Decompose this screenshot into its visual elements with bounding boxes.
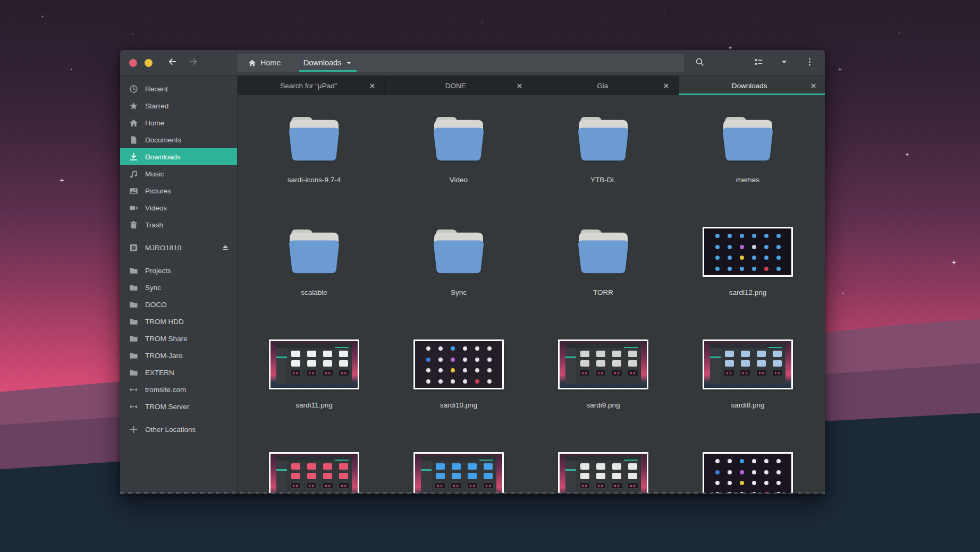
file-name-label: YTB-DL (590, 176, 616, 184)
mini-folder (436, 473, 445, 479)
file-sardi9-png[interactable]: sardi9.png (531, 332, 675, 445)
tab-search-for-pad[interactable]: Search for “µPad” (238, 76, 385, 95)
view-list-button[interactable] (750, 55, 766, 71)
file-memes[interactable]: memes (675, 107, 820, 219)
mini-screenshot (435, 482, 445, 489)
breadcrumb-downloads[interactable]: Downloads (296, 54, 360, 72)
mini-folder (741, 351, 750, 357)
sidebar-item-doco[interactable]: DOCO (120, 296, 237, 313)
window-close-button[interactable] (129, 59, 137, 67)
image-preview (703, 219, 793, 284)
sidebar-item-extern[interactable]: EXTERN (120, 364, 237, 381)
mini-app-icon (438, 368, 443, 372)
mini-screenshot (339, 370, 349, 376)
sidebar-item-trom-server[interactable]: TROM Server (120, 398, 237, 415)
titlebar-right-controls (750, 55, 825, 71)
mini-folder (484, 473, 493, 479)
image-thumbnail (703, 227, 793, 277)
sidebar-item-documents[interactable]: Documents (120, 131, 237, 148)
sidebar-item-label: Projects (145, 267, 171, 275)
sidebar-item-downloads[interactable]: Downloads (120, 148, 237, 165)
sidebar: RecentStarredHomeDocumentsDownloadsMusic… (120, 76, 238, 493)
file-partial-image[interactable] (242, 445, 386, 493)
tab-done[interactable]: DONE (385, 76, 532, 95)
file-sardi8-png[interactable]: sardi8.png (675, 332, 820, 445)
menu-button[interactable] (801, 55, 817, 71)
sidebar-item-other-locations[interactable]: Other Locations (120, 421, 237, 438)
mini-folder (484, 463, 493, 470)
mini-screenshot (772, 370, 783, 376)
back-button[interactable] (166, 56, 179, 69)
sidebar-item-trom-share[interactable]: TROM Share (120, 330, 237, 347)
tab-gia[interactable]: Gia (531, 76, 679, 95)
mini-folder (612, 360, 621, 367)
sidebar-item-sync[interactable]: Sync (120, 279, 237, 296)
sidebar-item-projects[interactable]: Projects (120, 262, 237, 279)
window-minimize-button[interactable] (145, 59, 153, 67)
file-sardi12-png[interactable]: sardi12.png (675, 219, 820, 332)
mini-folder (725, 351, 734, 357)
mini-app-icon (764, 492, 768, 493)
sidebar-item-trom-hdd[interactable]: TROM HDD (120, 313, 237, 330)
sidebar-item-videos[interactable]: Videos (120, 199, 237, 216)
sidebar-item-trom-jaro[interactable]: TROM-Jaro (120, 347, 237, 364)
mini-screenshot (451, 482, 461, 489)
file-torr[interactable]: TORR (531, 219, 675, 332)
back-arrow-icon (168, 57, 178, 69)
sidebar-item-music[interactable]: Music (120, 165, 237, 182)
mini-app-icon (463, 358, 467, 362)
tab-close-icon[interactable] (365, 78, 380, 93)
tab-close-icon[interactable] (659, 78, 674, 93)
mini-screenshot (628, 482, 638, 489)
file-sync[interactable]: Sync (386, 219, 531, 332)
file-sardi-icons-9-7-4[interactable]: sardi-icons-9.7-4 (242, 107, 386, 219)
tab-downloads[interactable]: Downloads (679, 76, 825, 95)
eject-icon[interactable] (221, 243, 230, 252)
file-scalable[interactable]: scalable (242, 219, 386, 332)
mini-folder (307, 473, 316, 479)
file-sardi10-png[interactable]: sardi10.png (386, 332, 531, 445)
file-sardi11-png[interactable]: sardi11.png (242, 332, 386, 445)
sidebar-item-label: Pictures (145, 187, 171, 195)
sidebar-item-label: Recent (145, 85, 168, 93)
sidebar-item-pictures[interactable]: Pictures (120, 182, 237, 199)
file-ytb-dl[interactable]: YTB-DL (531, 107, 675, 219)
file-view[interactable]: sardi-icons-9.7-4 Video YTB-DL memes sca… (238, 95, 825, 493)
sidebar-item-label: Home (145, 119, 164, 127)
image-thumbnail (269, 339, 359, 389)
sidebar-item-tromsite-com[interactable]: tromsite.com (120, 381, 237, 398)
mini-app-icon (740, 245, 744, 249)
tab-close-icon[interactable] (512, 78, 527, 93)
mini-app-icon (426, 379, 430, 384)
file-partial-image[interactable] (675, 445, 820, 493)
mini-folder (628, 473, 637, 479)
breadcrumb-home[interactable]: Home (241, 54, 289, 72)
file-name-label: sardi10.png (440, 401, 478, 409)
titlebar[interactable]: Home Downloads (120, 50, 825, 76)
view-options-dropdown[interactable] (776, 55, 792, 71)
mini-app-icon (728, 459, 732, 463)
mini-screenshot (628, 370, 638, 376)
file-video[interactable]: Video (386, 107, 531, 219)
sidebar-item-starred[interactable]: Starred (120, 97, 237, 114)
mini-folder (628, 360, 637, 367)
music-icon (129, 169, 138, 179)
file-name-label: Video (450, 176, 468, 184)
mini-folder (725, 360, 734, 367)
image-preview (413, 332, 504, 397)
file-partial-image[interactable] (531, 445, 675, 493)
star (951, 260, 957, 265)
tab-close-icon[interactable] (806, 78, 821, 93)
forward-button[interactable] (187, 56, 199, 69)
sidebar-separator (120, 259, 237, 259)
sidebar-item-recent[interactable]: Recent (120, 80, 237, 97)
mini-app-icon (715, 470, 720, 474)
mini-app-icon (728, 256, 732, 260)
sidebar-item-mjro1810[interactable]: MJRO1810 (120, 239, 237, 256)
search-button[interactable] (691, 55, 707, 71)
mini-folder (580, 473, 589, 479)
sidebar-item-trash[interactable]: Trash (120, 216, 237, 233)
forward-arrow-icon (188, 57, 198, 69)
file-partial-image[interactable] (386, 445, 531, 493)
sidebar-item-home[interactable]: Home (120, 114, 237, 131)
